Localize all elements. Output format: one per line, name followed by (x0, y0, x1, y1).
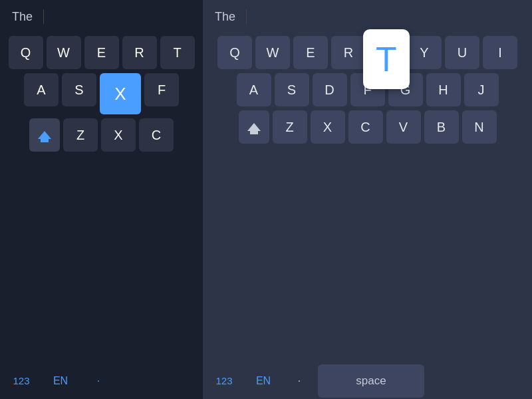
shift-arrow-right (247, 123, 261, 131)
row-3-left: Z X C (3, 118, 200, 152)
key-period-left[interactable]: · (81, 364, 116, 398)
key-r-left[interactable]: R (122, 36, 157, 69)
row-2-left: A S X F (3, 73, 200, 114)
key-q-left[interactable]: Q (9, 36, 43, 69)
key-w-left[interactable]: W (47, 36, 81, 69)
popup-letter: T (376, 39, 397, 79)
row-3-right: Z X C V B N (205, 110, 529, 144)
key-en-left[interactable]: EN (43, 364, 78, 398)
key-y-right[interactable]: Y (407, 36, 442, 69)
suggestion-the-right[interactable]: The (209, 7, 241, 27)
key-n-right[interactable]: N (462, 110, 497, 144)
key-space-right[interactable]: space (318, 364, 424, 398)
key-z-left[interactable]: Z (63, 118, 98, 152)
shift-key-left[interactable] (29, 118, 60, 152)
suggestions-bar-left: The (0, 0, 203, 33)
keyboard-right: The Q W E R T T Y U I A S D F G (203, 0, 532, 399)
keyboard-left: The Q W E R T A S X F Z X C 123 (0, 0, 203, 399)
key-s-right[interactable]: S (275, 73, 309, 106)
key-b-right[interactable]: B (424, 110, 459, 144)
key-f-left[interactable]: F (144, 73, 179, 106)
suggestion-divider-left (43, 9, 44, 24)
suggestions-bar-right: The (203, 0, 532, 33)
key-w-right[interactable]: W (255, 36, 290, 69)
key-r-right[interactable]: R (331, 36, 366, 69)
key-123-left[interactable]: 123 (3, 364, 40, 398)
key-en-right[interactable]: EN (246, 364, 281, 398)
key-q-right[interactable]: Q (217, 36, 252, 69)
key-x-left[interactable]: X (101, 118, 136, 152)
bottom-row-right: 123 EN · space (203, 362, 532, 399)
suggestion-divider-right (246, 9, 247, 24)
key-d-right[interactable]: D (313, 73, 347, 106)
key-rows-right: Q W E R T T Y U I A S D F G H J (203, 33, 532, 362)
key-u-right[interactable]: U (445, 36, 479, 69)
key-i-right[interactable]: I (483, 36, 517, 69)
key-z-right[interactable]: Z (273, 110, 307, 144)
popup-key-t: T (363, 29, 410, 89)
key-c-left[interactable]: C (139, 118, 174, 152)
key-x-active-left[interactable]: X (100, 73, 141, 114)
key-c-right[interactable]: C (348, 110, 383, 144)
shift-key-right[interactable] (239, 110, 269, 144)
key-a-right[interactable]: A (237, 73, 271, 106)
row-1-right: Q W E R T T Y U I (205, 36, 529, 69)
key-123-right[interactable]: 123 (205, 364, 243, 398)
key-x-right[interactable]: X (311, 110, 345, 144)
suggestion-the-left[interactable]: The (7, 7, 38, 27)
key-h-right[interactable]: H (426, 73, 461, 106)
key-t-left[interactable]: T (160, 36, 195, 69)
key-period-right[interactable]: · (284, 364, 315, 398)
key-s-left[interactable]: S (62, 73, 96, 106)
bottom-row-left: 123 EN · (0, 362, 203, 399)
key-a-left[interactable]: A (24, 73, 59, 106)
shift-arrow-left (38, 131, 51, 139)
key-t-right[interactable]: T T (369, 36, 404, 69)
key-v-right[interactable]: V (386, 110, 421, 144)
key-e-left[interactable]: E (84, 36, 119, 69)
key-e-right[interactable]: E (293, 36, 328, 69)
key-rows-left: Q W E R T A S X F Z X C (0, 33, 203, 362)
key-j-right[interactable]: J (464, 73, 499, 106)
row-1-left: Q W E R T (3, 36, 200, 69)
